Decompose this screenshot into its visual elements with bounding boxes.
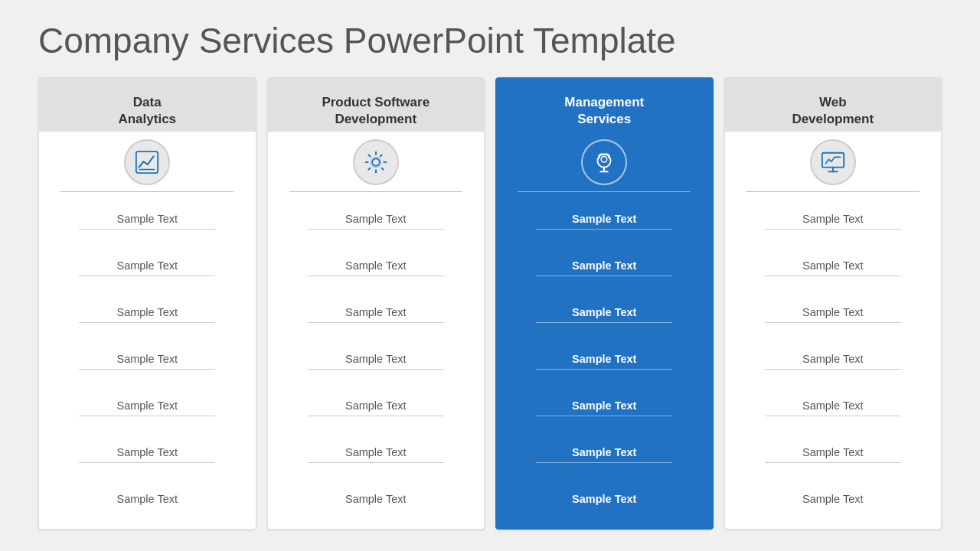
item-text: Sample Text: [345, 254, 407, 276]
list-item: Sample Text: [507, 394, 702, 416]
column-web-development: WebDevelopment Sample TextSample TextSam…: [724, 77, 942, 530]
item-text: Sample Text: [116, 441, 178, 462]
list-item: Sample Text: [50, 394, 245, 416]
list-item: Sample Text: [50, 347, 245, 370]
items-list-product-software: Sample TextSample TextSample TextSample …: [268, 192, 485, 529]
list-item: Sample Text: [279, 487, 474, 509]
columns-container: DataAnalytics Sample TextSample TextSamp…: [38, 77, 942, 530]
list-item: Sample Text: [736, 394, 931, 416]
item-text: Sample Text: [802, 254, 864, 276]
item-text: Sample Text: [116, 394, 178, 416]
item-text: Sample Text: [345, 394, 407, 416]
list-item: Sample Text: [279, 207, 474, 230]
list-item: Sample Text: [50, 207, 245, 230]
item-text: Sample Text: [345, 301, 407, 322]
list-item: Sample Text: [736, 301, 931, 323]
column-header-web-development: WebDevelopment: [725, 78, 942, 132]
item-text: Sample Text: [572, 301, 636, 322]
item-text: Sample Text: [572, 207, 636, 229]
list-item: Sample Text: [507, 487, 702, 509]
chart-icon: [124, 139, 170, 185]
items-list-data-analytics: Sample TextSample TextSample TextSample …: [39, 192, 256, 529]
item-text: Sample Text: [116, 347, 178, 369]
item-text: Sample Text: [572, 441, 636, 462]
item-text: Sample Text: [802, 301, 864, 322]
list-item: Sample Text: [279, 347, 474, 370]
items-list-management-services: Sample TextSample TextSample TextSample …: [496, 192, 713, 529]
column-header-product-software: Product SoftwareDevelopment: [268, 78, 485, 132]
list-item: Sample Text: [279, 441, 474, 463]
item-text: Sample Text: [345, 207, 407, 229]
item-text: Sample Text: [802, 487, 864, 509]
column-management-services: ManagementServices Sample TextSample Tex…: [495, 77, 714, 530]
item-text: Sample Text: [572, 347, 636, 369]
list-item: Sample Text: [279, 394, 474, 416]
column-data-analytics: DataAnalytics Sample TextSample TextSamp…: [38, 77, 256, 530]
list-item: Sample Text: [507, 301, 702, 323]
item-text: Sample Text: [345, 347, 407, 369]
page: Company Services PowerPoint Template Dat…: [0, 0, 980, 551]
list-item: Sample Text: [736, 207, 931, 230]
list-item: Sample Text: [507, 347, 702, 370]
item-text: Sample Text: [572, 487, 636, 509]
list-item: Sample Text: [50, 441, 245, 463]
list-item: Sample Text: [736, 441, 931, 463]
list-item: Sample Text: [507, 254, 702, 276]
column-header-data-analytics: DataAnalytics: [39, 78, 256, 132]
icon-wrapper-data-analytics: [39, 139, 256, 185]
item-text: Sample Text: [345, 487, 407, 509]
column-product-software: Product SoftwareDevelopment Sample TextS…: [267, 77, 485, 530]
item-text: Sample Text: [116, 254, 178, 276]
item-text: Sample Text: [116, 207, 178, 229]
item-text: Sample Text: [572, 254, 636, 276]
list-item: Sample Text: [507, 207, 702, 230]
gear-icon: [353, 139, 399, 185]
item-text: Sample Text: [572, 394, 636, 416]
brain-icon: [581, 139, 627, 185]
list-item: Sample Text: [736, 254, 931, 276]
item-text: Sample Text: [802, 394, 864, 416]
list-item: Sample Text: [736, 487, 931, 509]
items-list-web-development: Sample TextSample TextSample TextSample …: [725, 192, 942, 529]
list-item: Sample Text: [736, 347, 931, 370]
list-item: Sample Text: [50, 254, 245, 276]
list-item: Sample Text: [507, 441, 702, 463]
item-text: Sample Text: [802, 347, 864, 369]
svg-point-2: [372, 158, 379, 165]
item-text: Sample Text: [802, 207, 864, 229]
list-item: Sample Text: [279, 301, 474, 323]
icon-wrapper-management-services: [496, 139, 713, 185]
list-item: Sample Text: [50, 301, 245, 323]
monitor-icon: [810, 139, 856, 185]
icon-wrapper-web-development: [725, 139, 942, 185]
column-header-management-services: ManagementServices: [496, 78, 713, 132]
page-title: Company Services PowerPoint Template: [38, 21, 942, 60]
list-item: Sample Text: [50, 487, 245, 509]
svg-point-4: [601, 156, 607, 162]
item-text: Sample Text: [116, 301, 178, 322]
icon-wrapper-product-software: [268, 139, 485, 185]
item-text: Sample Text: [116, 487, 178, 509]
item-text: Sample Text: [345, 441, 407, 462]
list-item: Sample Text: [279, 254, 474, 276]
item-text: Sample Text: [802, 441, 864, 462]
